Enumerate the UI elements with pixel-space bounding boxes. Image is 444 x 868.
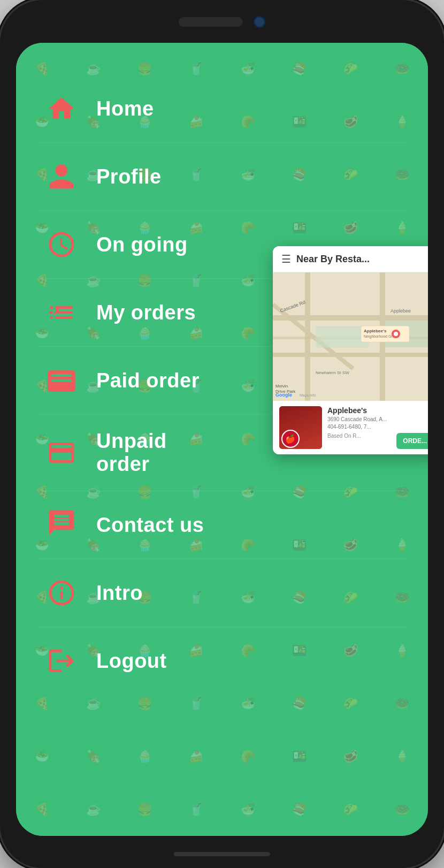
ongoing-label: On going — [96, 233, 188, 256]
menu-item-contactus[interactable]: Contact us — [37, 491, 407, 559]
svg-text:Drive Park: Drive Park — [275, 389, 296, 394]
svg-rect-1 — [273, 315, 428, 321]
unpaidorder-icon — [43, 434, 80, 471]
restaurant-address: 3690 Cascade Road, A... 404-691-6480, 7.… — [327, 416, 428, 431]
menu-item-logout[interactable]: Logout — [37, 627, 407, 695]
menu-item-profile[interactable]: Profile — [37, 143, 407, 211]
food-pattern-icon: 🍜 — [222, 783, 273, 836]
unpaidorder-label-line1: Unpaid — [96, 430, 167, 453]
myorders-icon — [43, 294, 80, 331]
unpaidorder-label-line2: order — [96, 453, 167, 476]
restaurant-name: Applebee's — [327, 406, 428, 415]
phone-frame: 🍕☕🍔🥤🍜🍣🌮🍩🥗🍖🧁🍰🥐🍱🥩🍦🍕☕🍔🥤🍜🍣🌮🍩🥗🍖🧁🍰🥐🍱🥩🍦🍕☕🍔🥤🍜🍣🌮🍩… — [0, 0, 444, 868]
food-pattern-icon: 🍦 — [377, 730, 428, 783]
profile-label: Profile — [96, 165, 162, 188]
logout-icon — [43, 642, 80, 680]
myorders-label: My orders — [96, 301, 196, 324]
phone-camera — [254, 16, 265, 28]
restaurant-card: 🍎 Applebee's 3690 Cascade Road, A... 404… — [273, 401, 428, 454]
food-pattern-icon: 🍔 — [119, 783, 171, 836]
home-icon — [43, 90, 80, 127]
food-pattern-icon: 🥤 — [171, 783, 222, 836]
hamburger-menu-icon: ☰ — [281, 253, 291, 265]
svg-rect-2 — [273, 353, 428, 357]
svg-text:Applebee's: Applebee's — [364, 329, 387, 333]
svg-point-15 — [394, 332, 398, 336]
food-pattern-icon: 🍕 — [16, 783, 67, 836]
food-pattern-icon: 🌮 — [325, 783, 377, 836]
profile-icon — [43, 158, 80, 195]
phone-top-bar — [136, 16, 308, 28]
svg-text:Applebee: Applebee — [391, 308, 411, 314]
menu-item-intro[interactable]: Intro — [37, 559, 407, 627]
intro-icon — [43, 574, 80, 612]
svg-text:Melvin: Melvin — [275, 384, 288, 389]
menu-item-home[interactable]: Home — [37, 75, 407, 143]
food-pattern-icon: 🥐 — [222, 730, 273, 783]
food-pattern-icon: 🍱 — [273, 730, 325, 783]
food-pattern-icon: 🍣 — [273, 783, 325, 836]
food-pattern-icon: 🥗 — [16, 730, 67, 783]
phone-speaker — [179, 17, 243, 27]
paidorder-label: Paid order — [96, 369, 200, 392]
logout-label: Logout — [96, 650, 167, 673]
paidorder-icon — [43, 362, 80, 399]
food-pattern-icon: 🍖 — [67, 730, 119, 783]
map-header-title: Near By Resta... — [296, 254, 370, 265]
food-pattern-icon: ☕ — [67, 783, 119, 836]
restaurant-thumbnail: 🍎 — [279, 406, 322, 449]
ongoing-icon — [43, 226, 80, 263]
order-button[interactable]: ORDE... — [396, 433, 428, 449]
home-label: Home — [96, 97, 154, 120]
contactus-label: Contact us — [96, 514, 204, 537]
map-card-header: ☰ Near By Resta... — [273, 246, 428, 272]
food-pattern-icon: 🥩 — [325, 730, 377, 783]
food-pattern-icon: 🍰 — [171, 730, 222, 783]
phone-screen: 🍕☕🍔🥤🍜🍣🌮🍩🥗🍖🧁🍰🥐🍱🥩🍦🍕☕🍔🥤🍜🍣🌮🍩🥗🍖🧁🍰🥐🍱🥩🍦🍕☕🍔🥤🍜🍣🌮🍩… — [16, 43, 428, 836]
food-pattern-icon: 🧁 — [119, 730, 171, 783]
map-area: Cascade Rd Applebee Applebee's Neighborh… — [273, 272, 428, 401]
phone-bottom-bar — [174, 852, 270, 856]
svg-text:Maps info: Maps info — [300, 393, 316, 398]
contactus-icon — [43, 506, 80, 544]
map-card: ☰ Near By Resta... — [273, 246, 428, 454]
svg-text:Newhalem St SW: Newhalem St SW — [316, 370, 349, 375]
food-pattern-icon: 🍩 — [377, 783, 428, 836]
intro-label: Intro — [96, 582, 143, 605]
